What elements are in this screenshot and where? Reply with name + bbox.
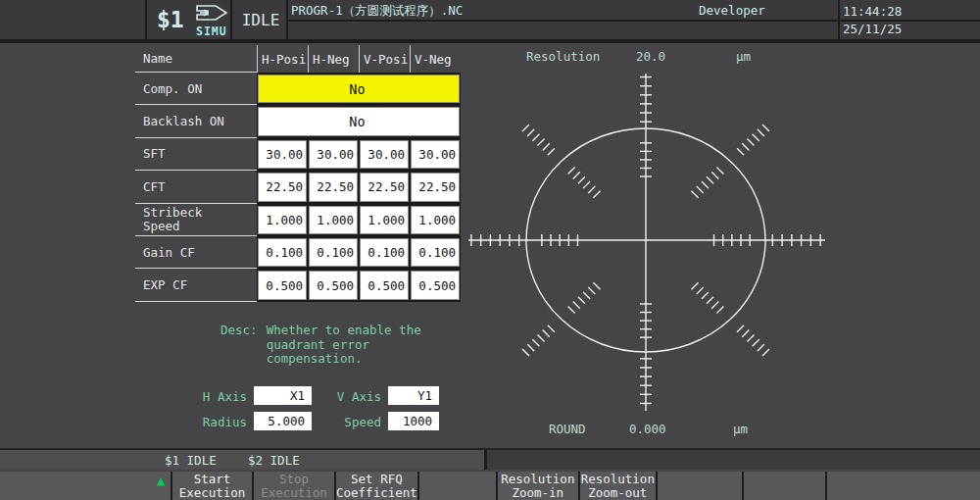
cft-h-posi-cell[interactable]: 22.50 <box>257 171 308 203</box>
top-bar: $1 SIMU IDLE PROGR-1（方圆测试程序）.NC Develope… <box>0 0 980 39</box>
row-label-sft: SFT <box>135 138 257 171</box>
channel-label: $1 <box>157 7 184 32</box>
sft-v-neg-cell[interactable]: 30.00 <box>410 138 461 171</box>
row-label-cft: CFT <box>135 171 257 203</box>
sft-v-posi-cell[interactable]: 30.00 <box>359 138 410 171</box>
v-axis-label: V Axis <box>326 389 381 404</box>
softkey-empty-slot <box>0 472 171 500</box>
sft-h-neg-cell[interactable]: 30.00 <box>308 138 359 171</box>
channel2-status: $2 IDLE <box>248 453 300 468</box>
clock-time: 11:44:28 <box>843 4 902 19</box>
gain-cf-v-neg-cell[interactable]: 0.100 <box>410 236 461 269</box>
cnc-screen: $1 SIMU IDLE PROGR-1（方圆测试程序）.NC Develope… <box>0 0 980 500</box>
machine-mode-indicator: IDLE <box>235 0 286 39</box>
channel1-status: $1 IDLE <box>165 453 217 468</box>
topbar-divider <box>230 0 232 39</box>
row-label-gain-cf: Gain CF <box>135 236 257 269</box>
simulation-arrow-icon <box>194 3 229 26</box>
row-label-backlash-on: Backlash ON <box>135 105 257 137</box>
description-prefix: Desc: <box>220 324 258 367</box>
topbar-divider <box>145 0 147 39</box>
compensation-parameter-table: Name H-Posi H-Neg V-Posi V-Neg Comp. ON … <box>135 45 461 302</box>
softkey-empty-slot <box>658 472 742 500</box>
round-unit: µm <box>733 422 748 436</box>
parameter-description: Desc: Whether to enable the quadrant err… <box>220 324 421 367</box>
gain-cf-h-neg-cell[interactable]: 0.100 <box>308 236 359 269</box>
cft-h-neg-cell[interactable]: 22.50 <box>308 171 359 203</box>
column-header-h-neg: H-Neg <box>308 45 359 73</box>
stribeck-h-posi-cell[interactable]: 1.000 <box>257 204 308 236</box>
program-name: PROGR-1（方圆测试程序）.NC <box>291 3 463 20</box>
speed-field[interactable]: 1000 <box>388 412 439 430</box>
gain-cf-h-posi-cell[interactable]: 0.100 <box>257 236 308 269</box>
channel-status-segment: $1 IDLE $2 IDLE <box>0 450 487 470</box>
v-axis-field[interactable]: Y1 <box>388 386 439 405</box>
radius-label: Radius <box>192 415 247 429</box>
topbar-underline <box>0 39 980 43</box>
user-role-label: Developer <box>699 3 765 18</box>
exp-cf-h-neg-cell[interactable]: 0.500 <box>308 269 359 301</box>
row-label-comp-on: Comp. ON <box>135 73 257 105</box>
softkey-empty-slot <box>827 472 980 500</box>
softkey-bar: StartExecution StopExecution Set RFQCoef… <box>0 472 980 500</box>
cft-v-neg-cell[interactable]: 22.50 <box>410 171 461 203</box>
h-axis-field[interactable]: X1 <box>254 386 312 405</box>
column-header-h-posi: H-Posi <box>257 45 308 73</box>
column-header-v-neg: V-Neg <box>410 45 461 73</box>
topbar-divider <box>286 20 980 22</box>
exp-cf-v-neg-cell[interactable]: 0.500 <box>410 269 461 301</box>
stribeck-h-neg-cell[interactable]: 1.000 <box>308 204 359 236</box>
set-rfq-coefficient-button[interactable]: Set RFQCoefficient <box>336 472 417 500</box>
exp-cf-h-posi-cell[interactable]: 0.500 <box>257 269 308 301</box>
description-line: compensation. <box>267 352 421 367</box>
start-execution-button[interactable]: StartExecution <box>172 472 252 500</box>
simulation-label: SIMU <box>196 25 227 38</box>
backlash-on-value-cell[interactable]: No <box>257 105 461 137</box>
clock-date: 25/11/25 <box>843 22 902 36</box>
sft-h-posi-cell[interactable]: 30.00 <box>257 138 308 171</box>
channel-status-bar: $1 IDLE $2 IDLE <box>0 450 980 470</box>
description-line: quadrant error <box>267 338 421 353</box>
radius-field[interactable]: 5.000 <box>254 412 312 430</box>
stribeck-v-neg-cell[interactable]: 1.000 <box>410 204 461 236</box>
column-header-name: Name <box>135 45 257 73</box>
resolution-zoom-in-button[interactable]: ResolutionZoom-in <box>498 472 578 500</box>
round-test-plot <box>461 61 838 416</box>
h-axis-label: H Axis <box>192 389 247 404</box>
softkey-empty-slot <box>744 472 825 500</box>
cft-v-posi-cell[interactable]: 22.50 <box>359 171 410 203</box>
round-value: 0.000 <box>629 422 666 436</box>
gain-cf-v-posi-cell[interactable]: 0.100 <box>359 236 410 269</box>
description-line: Whether to enable the <box>267 324 421 338</box>
resolution-zoom-out-button[interactable]: ResolutionZoom-out <box>580 472 656 500</box>
exp-cf-v-posi-cell[interactable]: 0.500 <box>359 269 410 301</box>
row-label-exp-cf: EXP CF <box>135 269 257 301</box>
stop-execution-button[interactable]: StopExecution <box>254 472 334 500</box>
speed-label: Speed <box>326 415 381 429</box>
stribeck-v-posi-cell[interactable]: 1.000 <box>359 204 410 236</box>
comp-on-value-cell[interactable]: No <box>257 73 461 105</box>
round-label: ROUND <box>549 422 586 436</box>
softkey-empty-slot <box>419 472 496 500</box>
row-label-stribeck-speed: Stribeck Speed <box>135 204 257 236</box>
execution-indicator-icon: ▲ <box>157 474 165 487</box>
column-header-v-posi: V-Posi <box>359 45 410 73</box>
